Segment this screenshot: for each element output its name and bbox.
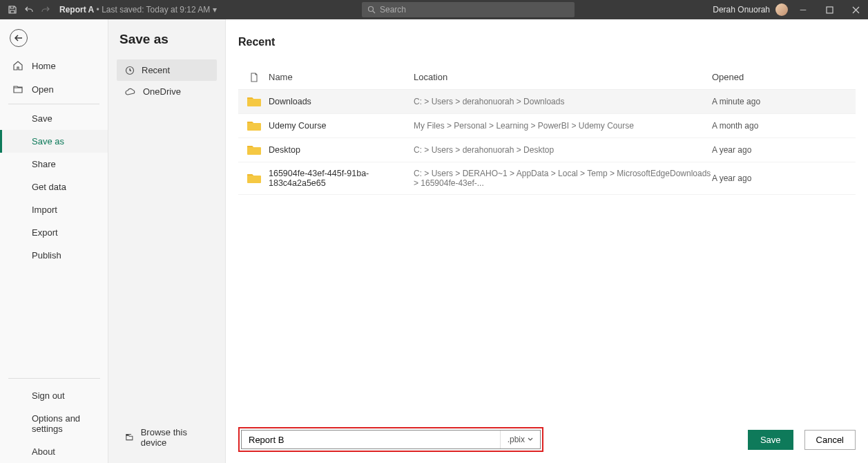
nav-open[interactable]: Open (0, 77, 108, 101)
folder-icon (244, 96, 264, 107)
browse-device[interactable]: Browse this device (117, 422, 217, 453)
avatar (775, 3, 788, 16)
save-icon[interactable] (7, 4, 18, 15)
cancel-button[interactable]: Cancel (804, 430, 856, 450)
file-name: Desktop (264, 145, 414, 155)
filename-input[interactable] (242, 435, 500, 445)
search-box[interactable]: Search (362, 2, 575, 17)
user-name: Derah Onuorah (713, 5, 770, 15)
title-text: Report A • Last saved: Today at 9:12 AM … (57, 5, 217, 15)
nav-save-as[interactable]: Save as (0, 130, 108, 153)
col-name-header[interactable]: Name (264, 72, 414, 82)
file-opened: A year ago (712, 173, 850, 183)
file-row[interactable]: Downloads C: > Users > derahonuorah > Do… (238, 90, 856, 114)
folder-icon (244, 144, 264, 155)
maximize-button[interactable] (817, 0, 842, 19)
file-name: Udemy Course (264, 121, 414, 131)
file-icon-header (244, 72, 264, 82)
close-button[interactable] (843, 0, 868, 19)
nav-home[interactable]: Home (0, 54, 108, 77)
nav-share[interactable]: Share (0, 153, 108, 176)
svg-point-0 (368, 7, 373, 12)
user-area[interactable]: Derah Onuorah (713, 3, 791, 16)
location-recent[interactable]: Recent (117, 59, 217, 81)
col-location-header[interactable]: Location (414, 72, 712, 82)
filetype-dropdown[interactable]: .pbix (500, 431, 540, 448)
file-row[interactable]: Udemy Course My Files > Personal > Learn… (238, 114, 856, 138)
file-list-header: Name Location Opened (238, 65, 856, 90)
nav-export[interactable]: Export (0, 221, 108, 244)
file-opened: A minute ago (712, 97, 850, 106)
back-button[interactable] (10, 29, 28, 47)
nav-get-data[interactable]: Get data (0, 176, 108, 198)
redo-icon[interactable] (40, 4, 51, 15)
nav-save[interactable]: Save (0, 107, 108, 130)
file-location: C: > Users > derahonuorah > Downloads (414, 97, 712, 106)
filename-highlight: .pbix (238, 427, 543, 452)
save-as-sidebar: Save as Recent OneDrive Browse this devi… (108, 19, 226, 463)
file-location: C: > Users > derahonuorah > Desktop (414, 145, 712, 155)
save-footer: .pbix Save Cancel (238, 427, 856, 452)
titlebar: Report A • Last saved: Today at 9:12 AM … (0, 0, 868, 19)
file-location: My Files > Personal > Learning > PowerBI… (414, 121, 712, 131)
file-row[interactable]: Desktop C: > Users > derahonuorah > Desk… (238, 138, 856, 162)
nav-options[interactable]: Options and settings (0, 407, 108, 440)
search-placeholder: Search (380, 5, 406, 15)
nav-import[interactable]: Import (0, 198, 108, 221)
recent-panel: Recent Name Location Opened Downloads C:… (226, 19, 868, 463)
file-menu-sidebar: Home Open Save Save as Share Get data Im… (0, 19, 108, 463)
recent-heading: Recent (238, 36, 856, 48)
col-opened-header[interactable]: Opened (712, 72, 850, 82)
file-location: C: > Users > DERAHO~1 > AppData > Local … (414, 169, 712, 188)
undo-icon[interactable] (23, 4, 35, 15)
folder-icon (244, 120, 264, 131)
save-button[interactable]: Save (748, 430, 793, 450)
file-opened: A month ago (712, 121, 850, 131)
nav-publish[interactable]: Publish (0, 244, 108, 267)
location-onedrive[interactable]: OneDrive (117, 81, 217, 102)
minimize-button[interactable]: ─ (791, 0, 816, 19)
save-as-title: Save as (117, 32, 217, 47)
file-opened: A year ago (712, 145, 850, 155)
svg-rect-2 (827, 7, 833, 13)
nav-about[interactable]: About (0, 440, 108, 463)
file-row[interactable]: 165904fe-43ef-445f-91ba-183c4a2a5e65 C: … (238, 162, 856, 195)
nav-sign-out[interactable]: Sign out (0, 384, 108, 407)
folder-icon (244, 173, 264, 184)
svg-line-1 (373, 11, 375, 13)
file-name: Downloads (264, 97, 414, 106)
file-name: 165904fe-43ef-445f-91ba-183c4a2a5e65 (264, 169, 414, 188)
